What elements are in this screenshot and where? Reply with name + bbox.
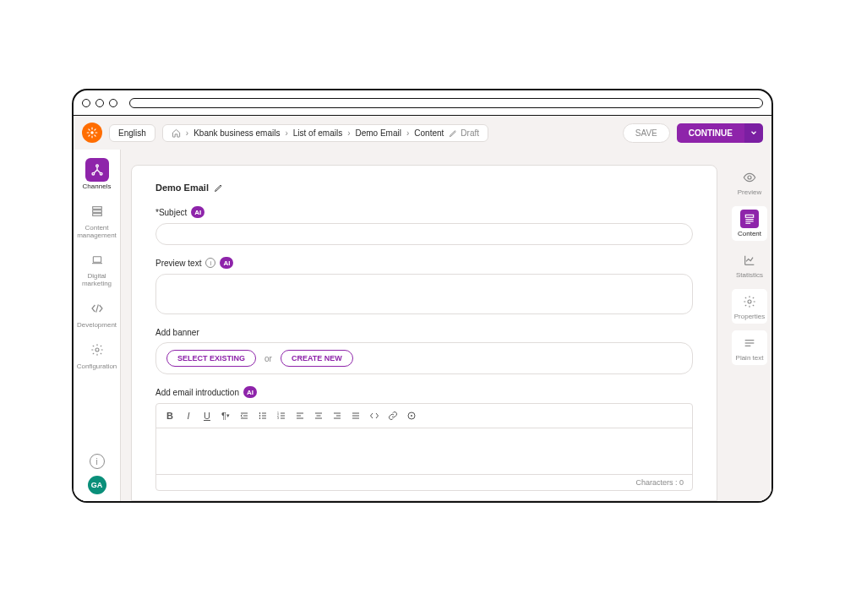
svg-point-47 <box>748 176 751 179</box>
svg-point-21 <box>259 413 260 414</box>
edit-title-icon[interactable] <box>214 183 224 193</box>
breadcrumb-separator: › <box>186 128 188 138</box>
tab-label: Properties <box>734 313 765 320</box>
save-button[interactable]: SAVE <box>623 123 670 143</box>
status-badge: Draft <box>461 128 479 138</box>
rte-align-right[interactable] <box>329 407 346 424</box>
svg-line-6 <box>95 135 95 136</box>
eye-icon <box>743 171 756 184</box>
rte-underline[interactable]: U <box>199 407 215 424</box>
url-bar[interactable] <box>129 98 763 108</box>
select-existing-button[interactable]: SELECT EXISTING <box>166 350 256 367</box>
window-maximize-icon[interactable] <box>109 99 117 107</box>
ai-badge[interactable]: AI <box>243 386 257 398</box>
nav-configuration[interactable]: Configuration <box>74 338 120 371</box>
svg-point-22 <box>259 416 260 417</box>
rte-character-count: Characters : 0 <box>156 474 692 490</box>
nav-label: Configuration <box>77 363 117 371</box>
chevron-down-icon <box>750 128 758 137</box>
tab-statistics[interactable]: Statistics <box>732 248 767 282</box>
user-avatar[interactable]: GA <box>88 476 106 494</box>
add-banner-label: Add banner <box>155 328 693 337</box>
rte-body[interactable] <box>156 428 692 474</box>
plain-text-icon <box>743 336 756 350</box>
help-tooltip-icon[interactable]: i <box>205 258 215 268</box>
content-icon <box>744 213 755 225</box>
configuration-icon <box>90 343 104 357</box>
help-icon[interactable]: i <box>90 454 105 469</box>
rte-italic[interactable]: I <box>180 407 197 424</box>
banner-selector: SELECT EXISTING or CREATE NEW <box>155 342 693 374</box>
nav-channels[interactable]: Channels <box>74 158 120 191</box>
svg-rect-15 <box>93 257 101 263</box>
nav-content-management[interactable]: Content management <box>74 199 120 240</box>
svg-line-16 <box>95 304 98 312</box>
pencil-icon <box>449 128 458 138</box>
home-icon[interactable] <box>172 128 181 138</box>
tab-properties[interactable]: Properties <box>732 289 767 324</box>
continue-button[interactable]: CONTINUE <box>677 123 744 143</box>
nav-label: Digital marketing <box>76 273 118 288</box>
tab-label: Content <box>738 230 761 237</box>
rte-code[interactable] <box>366 407 383 424</box>
window-titlebar <box>74 90 771 116</box>
window-close-icon[interactable] <box>82 99 90 107</box>
nav-development[interactable]: Development <box>74 297 120 330</box>
rte-align-justify[interactable] <box>347 407 364 424</box>
rte-numbered-list[interactable]: 123 <box>273 407 290 424</box>
digital-marketing-icon <box>90 253 104 266</box>
language-selector[interactable]: English <box>109 124 155 142</box>
svg-rect-13 <box>92 210 101 212</box>
preview-text-label: Preview text i AI <box>155 257 693 269</box>
rte-link[interactable] <box>384 407 401 424</box>
svg-point-23 <box>259 418 260 419</box>
page-title: Demo Email <box>155 183 693 193</box>
rte-special-char[interactable] <box>403 407 420 424</box>
rte-align-left[interactable] <box>292 407 308 424</box>
svg-text:3: 3 <box>277 417 279 420</box>
svg-line-7 <box>89 135 90 136</box>
breadcrumb-separator: › <box>347 128 350 138</box>
right-tabs: Preview Content Statistics Properties <box>728 150 771 501</box>
rich-text-editor: B I U ¶▾ 123 <box>155 403 693 491</box>
channels-icon <box>90 163 104 177</box>
svg-line-5 <box>89 129 90 130</box>
nav-digital-marketing[interactable]: Digital marketing <box>74 248 120 288</box>
tab-label: Preview <box>738 188 761 196</box>
rte-bold[interactable]: B <box>161 407 178 424</box>
svg-point-0 <box>90 131 94 134</box>
breadcrumb-item[interactable]: Kbank business emails <box>194 128 280 138</box>
tab-plain-text[interactable]: Plain text <box>732 330 767 365</box>
gear-icon <box>743 295 756 308</box>
ai-badge[interactable]: AI <box>191 206 204 218</box>
svg-rect-48 <box>745 215 753 217</box>
breadcrumb-item[interactable]: Content <box>414 128 444 138</box>
breadcrumb: › Kbank business emails › List of emails… <box>162 124 488 142</box>
tab-preview[interactable]: Preview <box>732 165 767 199</box>
svg-point-52 <box>748 300 751 303</box>
create-new-button[interactable]: CREATE NEW <box>281 350 353 367</box>
window-minimize-icon[interactable] <box>95 99 104 107</box>
tab-content[interactable]: Content <box>732 206 767 241</box>
rte-indent-decrease[interactable] <box>236 407 253 424</box>
svg-line-8 <box>95 129 95 130</box>
preview-text-input[interactable] <box>155 274 693 314</box>
rte-toolbar: B I U ¶▾ 123 <box>156 404 692 428</box>
nav-label: Channels <box>83 183 112 191</box>
breadcrumb-item[interactable]: List of emails <box>293 128 342 138</box>
rte-paragraph[interactable]: ¶▾ <box>217 407 234 424</box>
nav-label: Content management <box>76 225 118 240</box>
content-management-icon <box>90 204 104 218</box>
rte-align-center[interactable] <box>310 407 327 424</box>
rte-bullet-list[interactable] <box>254 407 271 424</box>
breadcrumb-item[interactable]: Demo Email <box>355 128 401 138</box>
tab-label: Plain text <box>736 354 764 362</box>
brand-logo[interactable] <box>82 123 102 143</box>
continue-dropdown[interactable] <box>744 123 763 143</box>
breadcrumb-separator: › <box>285 128 287 138</box>
statistics-icon <box>743 253 756 267</box>
ai-badge[interactable]: AI <box>220 257 233 269</box>
or-separator: or <box>264 354 272 363</box>
main-panel: Demo Email *Subject AI Preview text i AI <box>121 150 728 501</box>
subject-input[interactable] <box>155 223 693 245</box>
